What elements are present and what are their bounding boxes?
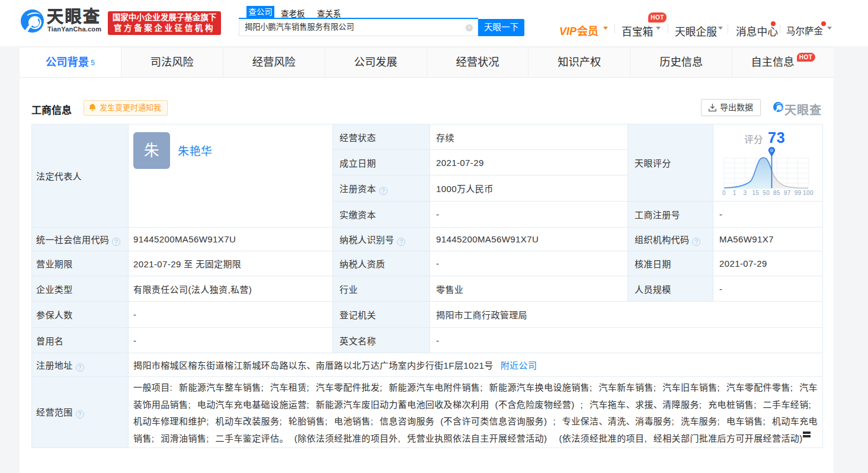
svg-text:1: 1: [733, 190, 736, 196]
svg-text:99: 99: [795, 190, 802, 196]
svg-text:50: 50: [763, 190, 770, 196]
svg-text:97: 97: [784, 190, 791, 196]
svg-text:3: 3: [744, 190, 747, 196]
svg-text:0: 0: [722, 190, 726, 196]
svg-text:15: 15: [752, 190, 759, 196]
svg-text:85: 85: [773, 190, 780, 196]
svg-text:100: 100: [803, 190, 813, 196]
